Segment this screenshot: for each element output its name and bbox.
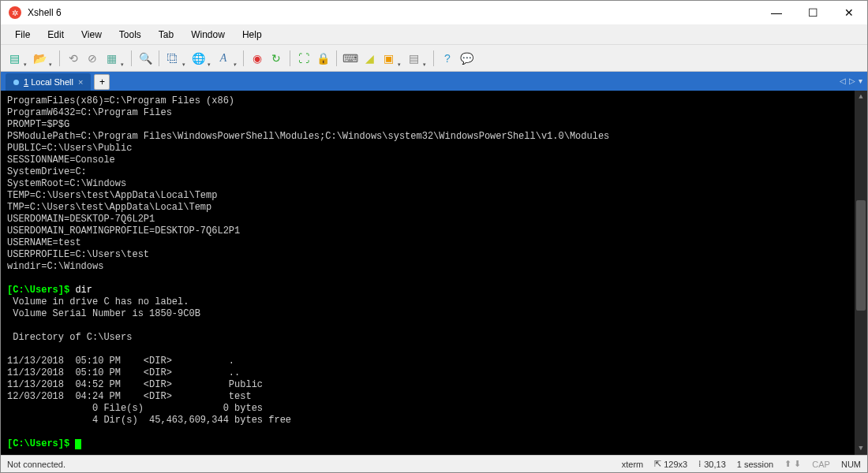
maximize-button[interactable]: ☐ bbox=[795, 1, 831, 24]
terminal[interactable]: ProgramFiles(x86)=C:\Program Files (x86)… bbox=[1, 91, 867, 455]
env-line: SESSIONNAME=Console bbox=[7, 155, 115, 166]
tab-prev-icon[interactable]: ◁ bbox=[840, 76, 846, 85]
tab-status-dot-icon bbox=[13, 80, 19, 85]
close-button[interactable]: ✕ bbox=[831, 1, 867, 24]
keyboard-button[interactable]: ⌨ bbox=[342, 50, 359, 67]
properties-button[interactable]: ▦ bbox=[103, 50, 120, 67]
menu-file[interactable]: File bbox=[7, 26, 38, 43]
scrollbar[interactable]: ▲ ▼ bbox=[855, 91, 867, 455]
statusbar: Not connected. xterm ⇱129x3 ⁞30,13 1 ses… bbox=[1, 455, 867, 472]
toolbar-separator bbox=[433, 50, 434, 66]
command: dir bbox=[75, 285, 92, 296]
dir-line: Volume Serial Number is 1850-9C0B bbox=[7, 308, 200, 319]
dir-line: 11/13/2018 05:10 PM <DIR> . bbox=[7, 356, 234, 367]
tab-next-icon[interactable]: ▷ bbox=[849, 76, 855, 85]
copy-button[interactable]: ⿻ bbox=[164, 50, 181, 67]
env-line: PSModulePath=C:\Program Files\WindowsPow… bbox=[7, 131, 609, 142]
status-sessions: 1 session bbox=[737, 460, 773, 469]
tab-close-icon[interactable]: × bbox=[78, 77, 83, 87]
menu-window[interactable]: Window bbox=[183, 26, 233, 43]
tab-local-shell[interactable]: 1 Local Shell × bbox=[6, 73, 91, 91]
open-button[interactable]: 📂 bbox=[31, 50, 48, 67]
menu-view[interactable]: View bbox=[73, 26, 110, 43]
env-line: PUBLIC=C:\Users\Public bbox=[7, 143, 132, 154]
status-cursor: ⁞30,13 bbox=[698, 459, 726, 469]
scroll-up-icon[interactable]: ▲ bbox=[855, 91, 867, 103]
env-line: ProgramFiles(x86)=C:\Program Files (x86) bbox=[7, 95, 234, 106]
status-connection: Not connected. bbox=[7, 460, 611, 469]
env-line: USERPROFILE=C:\Users\test bbox=[7, 249, 149, 260]
play-button[interactable]: ↻ bbox=[268, 50, 285, 67]
app-window: ✲ Xshell 6 — ☐ ✕ File Edit View Tools Ta… bbox=[0, 0, 868, 473]
status-arrows: ⬆ ⬇ bbox=[784, 459, 801, 469]
status-num: NUM bbox=[841, 460, 861, 469]
toolbar: ▤ 📂 ⟲ ⊘ ▦ 🔍 ⿻ 🌐 A ◉ ↻ ⛶ 🔒 ⌨ ◢ ▣ ▤ ? 💬 bbox=[1, 45, 867, 72]
tab-menu-icon[interactable]: ▾ bbox=[859, 76, 862, 85]
tab-label: 1 Local Shell bbox=[24, 77, 73, 87]
env-line: USERDOMAIN=DESKTOP-7Q6L2P1 bbox=[7, 214, 155, 225]
dir-line: 4 Dir(s) 45,463,609,344 bytes free bbox=[7, 415, 291, 426]
chat-button[interactable]: 💬 bbox=[458, 50, 475, 67]
status-term-type: xterm bbox=[622, 460, 644, 469]
tab-add-button[interactable]: + bbox=[94, 74, 110, 90]
toolbar-separator bbox=[243, 50, 244, 66]
env-line: TEMP=C:\Users\test\AppData\Local\Temp bbox=[7, 190, 217, 201]
env-line: USERDOMAIN_ROAMINGPROFILE=DESKTOP-7Q6L2P… bbox=[7, 225, 240, 236]
dir-line: Directory of C:\Users bbox=[7, 332, 132, 343]
minimize-button[interactable]: — bbox=[758, 1, 795, 24]
tab-nav: ◁ ▷ ▾ bbox=[840, 76, 862, 85]
titlebar: ✲ Xshell 6 — ☐ ✕ bbox=[1, 1, 867, 24]
env-line: SystemRoot=C:\Windows bbox=[7, 178, 126, 189]
font-button[interactable]: A bbox=[215, 50, 232, 67]
env-line: ProgramW6432=C:\Program Files bbox=[7, 107, 172, 118]
search-button[interactable]: 🔍 bbox=[137, 50, 154, 67]
status-size: ⇱129x3 bbox=[654, 459, 687, 469]
env-line: USERNAME=test bbox=[7, 237, 81, 248]
disconnect-button[interactable]: ⊘ bbox=[84, 50, 101, 67]
menu-tab[interactable]: Tab bbox=[151, 26, 181, 43]
new-session-button[interactable]: ▤ bbox=[6, 50, 23, 67]
toolbar-separator bbox=[159, 50, 159, 66]
highlight-button[interactable]: ◢ bbox=[361, 50, 378, 67]
record-button[interactable]: ◉ bbox=[249, 50, 266, 67]
app-logo-icon: ✲ bbox=[9, 6, 21, 19]
dir-line: 12/03/2018 04:24 PM <DIR> test bbox=[7, 391, 252, 402]
env-line: PROMPT=$P$G bbox=[7, 119, 69, 130]
reconnect-button[interactable]: ⟲ bbox=[65, 50, 82, 67]
window-controls: — ☐ ✕ bbox=[758, 1, 867, 24]
scroll-down-icon[interactable]: ▼ bbox=[855, 442, 867, 455]
scroll-thumb[interactable] bbox=[856, 200, 866, 311]
globe-button[interactable]: 🌐 bbox=[189, 50, 207, 67]
dir-line: 11/13/2018 05:10 PM <DIR> .. bbox=[7, 367, 240, 378]
help-button[interactable]: ? bbox=[439, 50, 456, 67]
prompt: [C:\Users]$ bbox=[7, 285, 75, 296]
layout-button[interactable]: ▤ bbox=[405, 50, 422, 67]
toolbar-separator bbox=[336, 50, 337, 66]
cursor-icon bbox=[75, 439, 81, 449]
env-line: SystemDrive=C: bbox=[7, 166, 87, 177]
menu-tools[interactable]: Tools bbox=[111, 26, 149, 43]
status-cap: CAP bbox=[812, 460, 830, 469]
lock-button[interactable]: 🔒 bbox=[314, 50, 331, 67]
cursor-pos-icon: ⁞ bbox=[698, 459, 702, 469]
menubar: File Edit View Tools Tab Window Help bbox=[1, 24, 867, 45]
dir-line: 0 File(s) 0 bytes bbox=[7, 403, 263, 414]
toolbar-separator bbox=[131, 50, 132, 66]
toolbar-separator bbox=[59, 50, 60, 66]
tabbar: 1 Local Shell × + ◁ ▷ ▾ bbox=[1, 72, 867, 91]
prompt: [C:\Users]$ bbox=[7, 438, 75, 449]
toolbar-separator bbox=[290, 50, 290, 66]
size-icon: ⇱ bbox=[654, 459, 661, 469]
dir-line: Volume in drive C has no label. bbox=[7, 296, 189, 307]
color-button[interactable]: ▣ bbox=[380, 50, 397, 67]
menu-edit[interactable]: Edit bbox=[39, 26, 72, 43]
env-line: TMP=C:\Users\test\AppData\Local\Temp bbox=[7, 202, 211, 213]
env-line: windir=C:\Windows bbox=[7, 261, 103, 272]
menu-help[interactable]: Help bbox=[234, 26, 270, 43]
window-title: Xshell 6 bbox=[28, 7, 758, 18]
dir-line: 11/13/2018 04:52 PM <DIR> Public bbox=[7, 379, 263, 390]
fullscreen-button[interactable]: ⛶ bbox=[295, 50, 312, 67]
